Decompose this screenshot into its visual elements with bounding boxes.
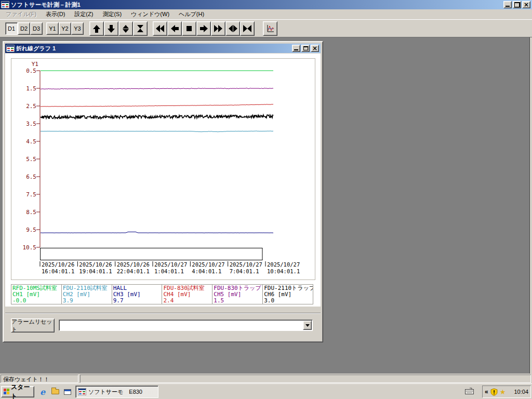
line-graph-icon (265, 24, 275, 33)
toolbar-button-fast-rewind[interactable] (153, 21, 167, 36)
toolbar-button-d2[interactable]: D2 (18, 22, 30, 35)
channel-legend: RFD-10MS試料室CH1 [mV]-0.0FDU-2110試料室CH2 [m… (11, 284, 313, 304)
folder-icon (51, 389, 59, 394)
toolbar-button-stop[interactable] (182, 21, 196, 36)
task-label: ソフトサーモ E830 (88, 388, 142, 396)
graph-window-title: 折れ線グラフ 1 (16, 45, 56, 52)
y-tick-label: 1.5 (26, 85, 36, 92)
graph-window-titlebar[interactable]: 折れ線グラフ 1 × (5, 44, 321, 53)
toolbar-button-expand-vertical[interactable] (118, 21, 133, 36)
graph-minimize-button[interactable] (292, 45, 300, 52)
tray-overflow-button[interactable]: « (485, 388, 488, 395)
minimize-button[interactable] (503, 1, 512, 8)
toolbar-button-y2[interactable]: Y2 (59, 22, 71, 35)
compress-vertical-icon (137, 25, 143, 32)
step-left-icon (171, 25, 179, 32)
chart-canvas: Y10.51.52.53.54.55.56.57.58.59.510.52025… (11, 59, 315, 280)
windows-logo-icon (4, 389, 9, 395)
toolbar-button-scroll-up[interactable] (89, 21, 104, 36)
app-icon (78, 388, 86, 395)
toolbar-button-d1[interactable]: D1 (5, 22, 18, 35)
alarm-reset-button[interactable]: アラームリセット (11, 318, 55, 332)
taskbar-task-softthermo[interactable]: ソフトサーモ E830 (75, 385, 158, 398)
x-tick-time: 22:04:01.1 (117, 268, 150, 274)
alarm-combobox-dropdown-button[interactable] (303, 321, 312, 330)
status-panel-secondary (80, 375, 531, 383)
x-tick-time: 4:04:01.1 (192, 268, 221, 274)
series-ch4 (41, 104, 273, 107)
y-tick-label: 8.5 (26, 209, 36, 216)
series-ch2 (41, 131, 273, 132)
toolbar-button-compress-vertical[interactable] (133, 21, 148, 36)
maximize-icon (303, 46, 308, 50)
toolbar-button-scroll-down[interactable] (104, 21, 118, 36)
legend-cell-ch4: FDU-830試料室CH4 [mV]2.4 (162, 284, 212, 304)
y-tick-label: 3.5 (26, 121, 36, 127)
legend-cell-ch1: RFD-10MS試料室CH1 [mV]-0.0 (11, 284, 62, 304)
menubar: ファイル(F)表示(D)設定(Z)測定(S)ウィンドウ(W)ヘルプ(H) (0, 9, 532, 19)
legend-cell-ch5: FDU-830トラップCH5 [mV]1.5 (212, 284, 263, 304)
toolbar-button-expand-horizontal[interactable] (225, 21, 240, 36)
close-button[interactable]: × (522, 1, 530, 8)
tray-star-icon[interactable]: ★ (500, 389, 506, 395)
security-shield-icon[interactable] (490, 388, 498, 396)
alarm-combobox[interactable] (59, 320, 313, 331)
app-icon (1, 1, 9, 8)
x-tick-time: 7:04:01.1 (230, 268, 259, 274)
menu-item-6[interactable]: ヘルプ(H) (174, 9, 209, 19)
scroll-range-box (41, 248, 263, 260)
toolbar-button-compress-horizontal[interactable] (240, 21, 255, 36)
x-tick-time: 16:04:01.1 (42, 268, 74, 274)
graph-window-icon (6, 45, 15, 52)
y-tick-label: 6.5 (26, 174, 36, 180)
toolbar-button-d3[interactable]: D3 (30, 22, 43, 35)
start-label: スタート (11, 383, 32, 399)
desktop: ソフトサーモ計測－計測1 × ファイル(F)表示(D)設定(Z)測定(S)ウィン… (0, 0, 532, 399)
chart-panel: Y10.51.52.53.54.55.56.57.58.59.510.52025… (11, 58, 315, 280)
keyboard-indicator-icon[interactable] (465, 388, 474, 395)
y-tick-label: 7.5 (26, 191, 36, 198)
x-tick-date: 2025/10/27 (230, 261, 262, 268)
x-tick-time: 19:04:01.1 (79, 268, 112, 274)
x-tick-date: 2025/10/27 (192, 261, 224, 268)
close-icon: × (312, 46, 317, 51)
menu-item-1: ファイル(F) (1, 9, 41, 19)
minimize-icon (506, 6, 510, 7)
x-tick-date: 2025/10/27 (154, 261, 187, 268)
stop-icon (187, 26, 192, 31)
mdi-workspace: 折れ線グラフ 1 × Y10.51.52.53.54.55.56.57.58.5… (0, 37, 532, 374)
x-tick-time: 10:04:01.1 (267, 268, 300, 274)
alarm-control-bar: アラームリセット (5, 307, 321, 340)
separator (5, 313, 321, 314)
status-message: 保存ウェイト！！ (1, 375, 78, 383)
toolbar-button-y3[interactable]: Y3 (71, 22, 84, 35)
expand-vertical-icon (123, 25, 129, 33)
graph-window-client: Y10.51.52.53.54.55.56.57.58.59.510.52025… (5, 54, 321, 340)
quicklaunch-ie-button[interactable]: e (37, 387, 48, 397)
graph-window: 折れ線グラフ 1 × Y10.51.52.53.54.55.56.57.58.5… (3, 41, 323, 342)
fast-forward-icon (214, 25, 222, 32)
menu-item-5[interactable]: ウィンドウ(W) (126, 9, 174, 19)
alarm-combobox-value[interactable] (60, 321, 302, 329)
graph-maximize-button[interactable] (301, 45, 310, 52)
x-tick-date: 2025/10/26 (117, 261, 150, 268)
menu-item-3[interactable]: 設定(Z) (70, 9, 98, 19)
start-button[interactable]: スタート (1, 386, 34, 397)
toolbar-button-line-graph[interactable] (263, 21, 277, 36)
series-ch5 (41, 88, 273, 89)
restore-button[interactable] (513, 1, 521, 8)
y-tick-label: 10.5 (23, 244, 37, 251)
quicklaunch-folder-button[interactable] (50, 387, 60, 397)
graph-close-button[interactable]: × (311, 45, 319, 52)
menu-item-4[interactable]: 測定(S) (98, 9, 126, 19)
toolbar-button-step-right[interactable] (196, 21, 211, 36)
menu-item-2[interactable]: 表示(D) (41, 9, 70, 19)
quicklaunch-show-desktop-button[interactable] (62, 387, 73, 397)
toolbar-button-fast-forward[interactable] (211, 21, 225, 36)
chevron-down-icon (305, 324, 310, 327)
taskbar-clock[interactable]: 10:04 (514, 389, 528, 395)
taskbar: スタート e ソフトサーモ E830 « (0, 383, 532, 399)
toolbar-button-y1[interactable]: Y1 (46, 22, 59, 35)
system-tray: « ★ 10:04 (482, 385, 531, 398)
toolbar-button-step-left[interactable] (167, 21, 182, 36)
